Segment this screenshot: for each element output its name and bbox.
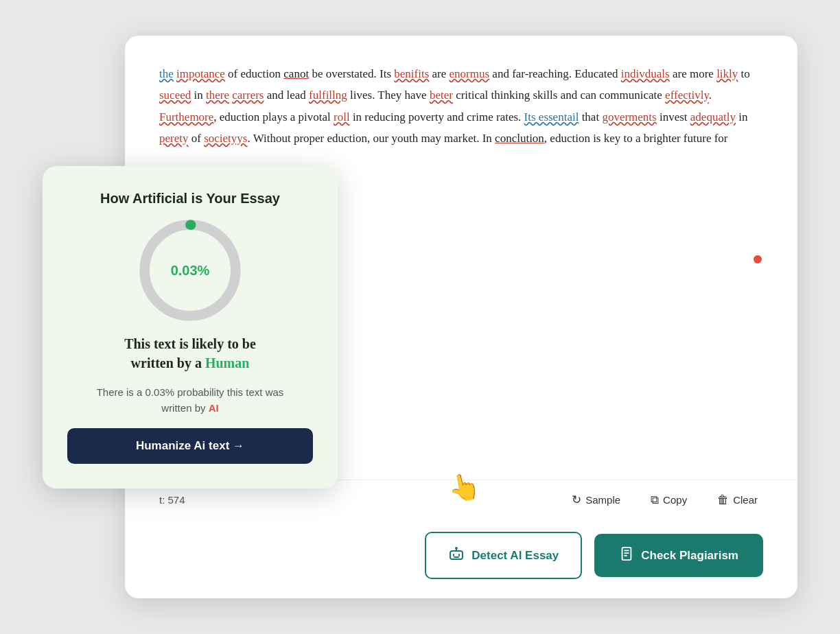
- svg-point-1: [456, 548, 457, 549]
- misspelled-indivduals: indivduals: [621, 67, 670, 80]
- misspelled-the: the: [159, 67, 174, 80]
- ai-word: AI: [209, 402, 219, 414]
- misspelled-effectivly: effectivly: [665, 89, 709, 102]
- misspelled-beter: beter: [430, 89, 453, 102]
- misspelled-there: there: [206, 89, 229, 102]
- action-row: Detect AI Essay Check Plagiarism: [125, 519, 797, 598]
- misspelled-perety: perety: [159, 132, 188, 145]
- sample-icon: ↻: [572, 493, 581, 507]
- robot-icon: [448, 545, 465, 565]
- trash-icon: 🗑: [717, 493, 729, 507]
- human-text: This text is likely to be written by a H…: [124, 334, 256, 373]
- probability-text: There is a 0.03% probability this text w…: [97, 385, 284, 416]
- misspelled-societyys: societyys: [204, 132, 247, 145]
- detect-ai-button[interactable]: Detect AI Essay: [425, 532, 582, 579]
- misspelled-canot: canot: [283, 67, 309, 80]
- ai-result-card: How Artificial is Your Essay 0.03% This …: [43, 166, 338, 489]
- humanize-button[interactable]: Humanize Ai text →: [67, 428, 313, 464]
- misspelled-furthemore: Furthemore: [159, 110, 213, 124]
- word-count: t: 574: [159, 494, 185, 506]
- sample-button[interactable]: ↻ Sample: [566, 490, 626, 510]
- document-icon: [619, 546, 634, 565]
- misspelled-fulfillng: fulfillng: [309, 89, 347, 102]
- misspelled-enormus: enormus: [450, 67, 490, 80]
- donut-chart: 0.03%: [139, 219, 242, 322]
- misspelled-roll: roll: [334, 110, 350, 124]
- clear-button[interactable]: 🗑 Clear: [712, 491, 763, 510]
- misspelled-carrers: carrers: [232, 89, 264, 102]
- misspelled-likly: likly: [716, 67, 738, 80]
- misspelled-conclution: conclution: [495, 132, 544, 145]
- misspelled-suceed: suceed: [159, 89, 191, 102]
- copy-icon: ⧉: [651, 493, 659, 507]
- misspelled-impotance: impotance: [176, 67, 225, 80]
- red-dot-indicator: [754, 255, 762, 263]
- misspelled-adequatly: adequatly: [690, 110, 736, 124]
- misspelled-its: Its essentail: [524, 110, 579, 124]
- hand-cursor-icon: 👆: [445, 469, 482, 504]
- misspelled-goverments: goverments: [602, 110, 656, 124]
- human-word: Human: [205, 355, 249, 371]
- svg-rect-0: [450, 551, 463, 559]
- donut-percentage: 0.03%: [171, 263, 210, 279]
- copy-button[interactable]: ⧉ Copy: [645, 491, 692, 510]
- misspelled-benifits: benifits: [394, 67, 429, 80]
- ai-card-title: How Artificial is Your Essay: [100, 191, 280, 207]
- check-plagiarism-button[interactable]: Check Plagiarism: [594, 534, 763, 577]
